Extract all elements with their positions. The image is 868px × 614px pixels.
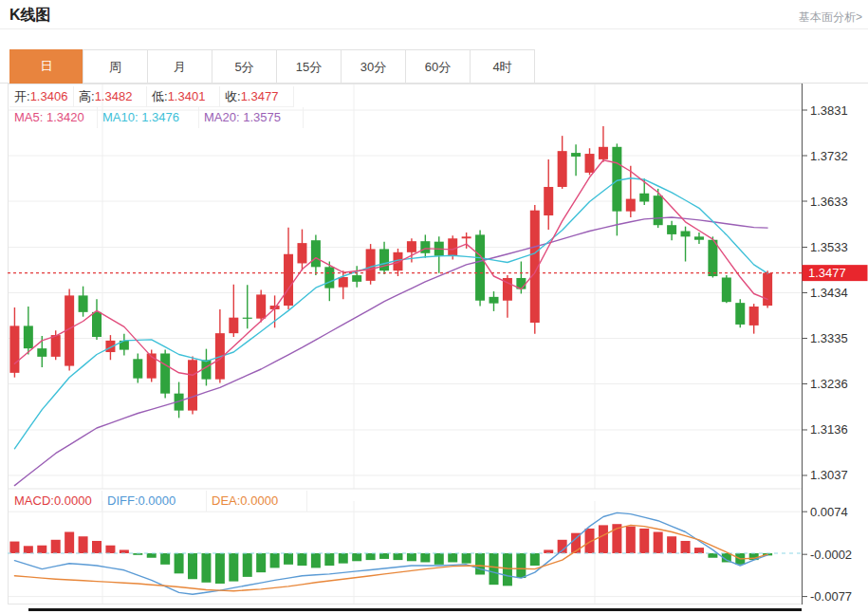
macd-bar — [599, 525, 608, 553]
candle-body — [324, 267, 334, 288]
macd-bar — [366, 553, 376, 560]
candle-body — [24, 326, 33, 348]
macd-bar — [297, 553, 306, 566]
macd-bar — [105, 546, 115, 553]
candle-body — [366, 249, 376, 280]
macd-axis-label: 0.0074 — [810, 505, 848, 519]
kline-chart[interactable]: 1.38311.37321.36331.35331.34341.33351.32… — [0, 84, 868, 605]
candle-body — [639, 194, 649, 202]
macd-bar — [407, 553, 416, 561]
y-axis-label: 1.3236 — [810, 377, 848, 391]
macd-bar — [256, 553, 266, 572]
candle-body — [79, 295, 88, 311]
kline-chart-svg: 1.38311.37321.36331.35331.34341.33351.32… — [0, 84, 868, 605]
open-value: 1.3406 — [30, 89, 68, 103]
candle-body — [92, 312, 102, 337]
macd-bar — [51, 540, 61, 553]
candle-body — [379, 249, 389, 270]
candle-body — [188, 360, 197, 410]
macd-bar — [420, 553, 430, 562]
fundamental-analysis-link[interactable]: 基本面分析> — [799, 9, 862, 26]
y-axis-label: 1.3732 — [810, 149, 848, 163]
ma20-line — [14, 217, 767, 486]
candle-body — [571, 153, 581, 157]
candle-body — [558, 151, 567, 187]
macd-bar — [475, 553, 485, 575]
macd-bar — [626, 527, 636, 553]
candle-body — [352, 275, 361, 282]
tab-60分[interactable]: 60分 — [405, 49, 471, 84]
low-value: 1.3401 — [168, 89, 206, 103]
macd-bar — [462, 553, 471, 564]
last-price-tag-text: 1.3477 — [808, 266, 846, 280]
candle-body — [297, 243, 306, 263]
tab-30分[interactable]: 30分 — [341, 49, 406, 84]
candle-body — [420, 241, 430, 253]
header-divider — [0, 28, 868, 29]
ma5-value: MA5: 1.3420 — [9, 107, 98, 128]
candle-body — [544, 187, 553, 215]
y-axis-label: 1.3831 — [810, 103, 848, 118]
macd-bar — [708, 553, 717, 558]
ohlc-high: 高:1.3482 — [74, 86, 147, 107]
macd-axis-label: -0.0077 — [810, 589, 852, 604]
ohlc-open: 开:1.3406 — [9, 86, 74, 107]
candle-body — [256, 294, 266, 318]
candle-body — [284, 254, 293, 306]
macd-row: MACD:0.0000 DIFF:0.0000 DEA:0.0000 — [9, 491, 307, 512]
candle-body — [626, 199, 636, 212]
macd-bar — [9, 542, 19, 553]
macd-bar — [639, 529, 649, 553]
macd-bar — [681, 541, 691, 553]
candle-body — [160, 353, 170, 393]
candle-body — [229, 318, 238, 333]
bottom-divider-bar — [28, 608, 802, 611]
macd-bar — [24, 546, 33, 553]
y-axis-label: 1.3136 — [810, 422, 848, 437]
tab-5分[interactable]: 5分 — [212, 49, 277, 84]
macd-bar — [352, 553, 361, 561]
open-label: 开: — [14, 89, 30, 103]
tab-15分[interactable]: 15分 — [276, 49, 342, 84]
macd-bar — [37, 546, 46, 553]
macd-bar — [284, 553, 293, 565]
macd-bar — [229, 553, 238, 582]
candle-body — [708, 240, 717, 276]
macd-bar — [530, 553, 540, 566]
y-axis-label: 1.3533 — [810, 240, 848, 254]
macd-bar — [379, 553, 389, 559]
candle-body — [9, 326, 19, 372]
tab-日[interactable]: 日 — [9, 49, 83, 84]
candle-body — [667, 225, 676, 234]
macd-bar — [243, 553, 252, 577]
macd-bar — [489, 553, 499, 585]
ma20-value: MA20: 1.3575 — [199, 107, 304, 128]
macd-bar — [694, 548, 704, 553]
candle-body — [243, 318, 252, 319]
candle-body — [694, 236, 704, 239]
candle-body — [407, 241, 416, 252]
tab-4时[interactable]: 4时 — [470, 49, 535, 84]
interval-tabs: 日周月5分15分30分60分4时 — [9, 49, 535, 84]
candle-body — [654, 195, 663, 225]
ohlc-row: 开:1.3406 高:1.3482 低:1.3401 收:1.3477 — [9, 86, 294, 107]
candle-body — [763, 273, 772, 306]
tab-月[interactable]: 月 — [147, 49, 212, 84]
ohlc-close: 收:1.3477 — [220, 86, 294, 107]
tab-周[interactable]: 周 — [83, 49, 148, 84]
close-label: 收: — [225, 89, 241, 103]
candle-body — [51, 335, 61, 357]
macd-bar — [654, 532, 663, 554]
macd-bar — [311, 553, 321, 567]
macd-bar — [448, 553, 457, 562]
dea-value: DEA:0.0000 — [207, 491, 307, 512]
macd-bar — [324, 553, 334, 566]
macd-bar — [270, 553, 280, 567]
candle-body — [37, 348, 46, 357]
candle-body — [749, 307, 759, 326]
candle-body — [612, 147, 621, 212]
ma-row: MA5: 1.3420 MA10: 1.3476 MA20: 1.3575 — [9, 107, 304, 128]
candle-body — [722, 277, 731, 302]
y-axis-label: 1.3434 — [810, 286, 848, 300]
candle-body — [585, 154, 595, 173]
